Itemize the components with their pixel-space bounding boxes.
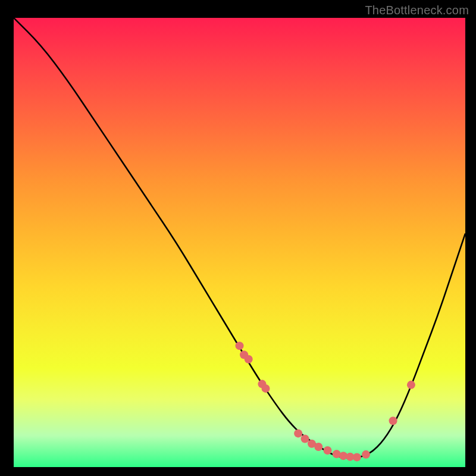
chart-area (14, 18, 465, 467)
data-point (324, 446, 332, 455)
data-point (294, 429, 302, 437)
watermark-text: TheBottleneck.com (365, 4, 469, 17)
data-point (301, 434, 309, 443)
data-point (262, 384, 270, 393)
data-points-group (236, 342, 415, 461)
chart-overlay (14, 18, 465, 467)
data-point (236, 342, 244, 350)
data-point (245, 355, 253, 364)
data-point (389, 416, 397, 425)
data-point (407, 381, 415, 389)
data-point (362, 450, 370, 459)
data-point (353, 453, 361, 461)
data-point (314, 443, 322, 451)
bottleneck-curve (14, 18, 465, 458)
